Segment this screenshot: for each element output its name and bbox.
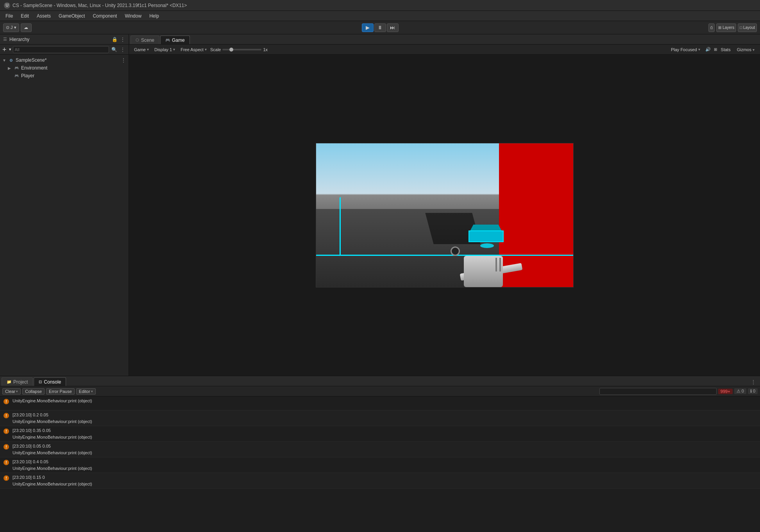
warn-icon-4: !	[3, 459, 9, 466]
menu-file[interactable]: File	[2, 12, 16, 20]
collapse-button[interactable]: Collapse	[22, 388, 45, 395]
play-focused-label: Play Focused	[671, 47, 697, 52]
play-focused-dropdown[interactable]: Play Focused ▾	[669, 46, 702, 53]
console-content: ! UnityEngine.MonoBehaviour:print (objec…	[0, 396, 760, 524]
error-pause-button[interactable]: Error Pause	[46, 388, 75, 395]
gizmos-button[interactable]: Gizmos ▾	[735, 47, 757, 52]
title-bar: U CS - SampleScene - Windows, Mac, Linux…	[0, 0, 760, 11]
project-tab-icon: 📁	[7, 380, 11, 384]
game-label: Game	[134, 47, 146, 52]
editor-dropdown[interactable]: Editor ▾	[76, 388, 96, 395]
hierarchy-item-environment[interactable]: ▶ 🎮 Environment	[0, 64, 129, 72]
console-entry-text-0: [23:20:10] 0.2 0.05 UnityEngine.MonoBeha…	[13, 412, 92, 425]
expand-arrow-environment: ▶	[8, 66, 13, 70]
warn-icon-2: !	[3, 428, 9, 434]
gun-detail-1	[499, 258, 501, 271]
warn-count: 0	[742, 389, 744, 393]
console-entry-3[interactable]: ! [23:20:10] 0.4 0.05 UnityEngine.MonoBe…	[0, 457, 760, 473]
scale-value: 1x	[263, 47, 268, 52]
gizmos-arrow: ▾	[753, 48, 755, 52]
info-icon-small: ℹ	[750, 389, 752, 393]
clear-button[interactable]: Clear ▾	[2, 388, 21, 395]
bottom-tabs-bar: 📁 Project ⊡ Console ⋮	[0, 376, 760, 386]
scale-slider: Scale 1x	[210, 47, 268, 52]
scene-tab-icon: ⎔	[136, 38, 139, 42]
editor-dropdown-icon: ▾	[91, 389, 93, 393]
console-entry-2[interactable]: ! [23:20:10] 0.05 0.05 UnityEngine.MonoB…	[0, 442, 760, 457]
gun-scope	[451, 246, 460, 256]
cloud-button[interactable]: ☁	[21, 23, 32, 32]
hierarchy-lock-icon[interactable]: 🔒	[112, 37, 118, 42]
console-line1-4: [23:20:10] 0.15 0	[13, 474, 92, 481]
console-tab-icon: ⊡	[39, 380, 42, 384]
error-count-badge[interactable]: 999+	[718, 389, 733, 394]
menu-component[interactable]: Component	[89, 12, 120, 20]
layers-button[interactable]: ⊞ Layers	[716, 23, 736, 32]
menu-help[interactable]: Help	[146, 12, 162, 20]
clear-label: Clear	[5, 389, 15, 394]
info-count-badge[interactable]: ℹ 0	[748, 388, 758, 394]
cyan-platform-detail	[470, 225, 502, 230]
environment-icon: 🎮	[13, 65, 20, 71]
hierarchy-toolbar: + ▾ 🔍 ⋮	[0, 45, 129, 55]
menu-window[interactable]: Window	[122, 12, 145, 20]
pause-button[interactable]: ⏸	[374, 23, 386, 32]
tab-console[interactable]: ⊡ Console	[34, 377, 66, 386]
menu-gameobject[interactable]: GameObject	[55, 12, 88, 20]
scale-track[interactable]	[222, 49, 261, 50]
aspect-dropdown-arrow: ▾	[205, 47, 207, 52]
console-entry-1[interactable]: ! [23:20:10] 0.35 0.05 UnityEngine.MonoB…	[0, 426, 760, 442]
console-entry-text-1: [23:20:10] 0.35 0.05 UnityEngine.MonoBeh…	[13, 427, 92, 440]
pause-icon: ⏸	[377, 25, 383, 30]
samplescene-context[interactable]: ⋮	[121, 57, 126, 63]
console-counts: 999+ ⚠ 0 ℹ 0	[718, 388, 758, 394]
play-button[interactable]: ▶	[362, 23, 374, 32]
step-button[interactable]: ⏭	[387, 23, 399, 32]
hierarchy-add-button[interactable]: +	[2, 46, 7, 53]
stats-button[interactable]: Stats	[719, 47, 733, 52]
hierarchy-options-icon[interactable]: ⋮	[119, 46, 126, 53]
console-entry-partial[interactable]: ! UnityEngine.MonoBehaviour:print (objec…	[0, 396, 760, 411]
aspect-dropdown[interactable]: Free Aspect ▾	[179, 46, 209, 53]
game-tab-icon: 🎮	[165, 38, 170, 42]
play-focused-arrow: ▾	[698, 47, 700, 52]
console-entry-text-partial: UnityEngine.MonoBehaviour:print (object)	[13, 398, 92, 404]
tab-scene[interactable]: ⎔ Scene	[131, 36, 159, 44]
hierarchy-item-player[interactable]: ▶ 🎮 Player	[0, 72, 129, 80]
expand-arrow-samplescene: ▼	[2, 58, 8, 62]
warn-icon-1: !	[3, 412, 9, 419]
hierarchy-add-dropdown[interactable]: ▾	[9, 47, 11, 52]
hierarchy-search-icon[interactable]: 🔍	[111, 46, 118, 53]
hierarchy-search-input[interactable]	[13, 46, 109, 53]
scene-icon: ⚙	[8, 57, 14, 63]
menu-bar: File Edit Assets GameObject Component Wi…	[0, 11, 760, 21]
game-dropdown[interactable]: Game ▾	[132, 46, 151, 53]
tab-game[interactable]: 🎮 Game	[160, 36, 190, 44]
hierarchy-content: ▼ ⚙ SampleScene* ⋮ ▶ 🎮 Environment ▶ 🎮 P…	[0, 55, 129, 376]
bottom-panel-menu[interactable]: ⋮	[748, 378, 758, 386]
error-count: 999+	[721, 389, 730, 394]
hierarchy-item-samplescene[interactable]: ▼ ⚙ SampleScene* ⋮	[0, 56, 129, 64]
sound-button[interactable]: 🔊	[704, 47, 712, 52]
account-dropdown[interactable]: ⊙ J ▾	[3, 23, 19, 32]
warn-count-badge[interactable]: ⚠ 0	[734, 388, 746, 394]
cloud-icon: ☁	[24, 25, 28, 30]
console-search-input[interactable]	[599, 388, 717, 395]
console-entry-4[interactable]: ! [23:20:10] 0.15 0 UnityEngine.MonoBeha…	[0, 473, 760, 489]
menu-assets[interactable]: Assets	[34, 12, 54, 20]
hierarchy-title: Hierarchy	[9, 37, 29, 42]
warn-circle-4: !	[4, 460, 9, 465]
hierarchy-menu-icon[interactable]: ⋮	[120, 36, 125, 43]
console-line1-1: [23:20:10] 0.35 0.05	[13, 427, 92, 434]
console-entry-0[interactable]: ! [23:20:10] 0.2 0.05 UnityEngine.MonoBe…	[0, 411, 760, 426]
warn-icon-5: !	[3, 475, 9, 481]
layout-button[interactable]: □ Layout	[738, 23, 757, 32]
tab-project[interactable]: 📁 Project	[2, 377, 33, 386]
console-partial-line: UnityEngine.MonoBehaviour:print (object)	[13, 398, 92, 404]
display-dropdown[interactable]: Display 1 ▾	[152, 46, 177, 53]
console-entry-text-2: [23:20:10] 0.05 0.05 UnityEngine.MonoBeh…	[13, 443, 92, 456]
game-toolbar: Game ▾ Display 1 ▾ Free Aspect ▾ Scale 1…	[129, 45, 760, 55]
collab-button[interactable]: ⎙	[708, 23, 715, 32]
gun-arm	[444, 240, 522, 287]
menu-edit[interactable]: Edit	[18, 12, 32, 20]
